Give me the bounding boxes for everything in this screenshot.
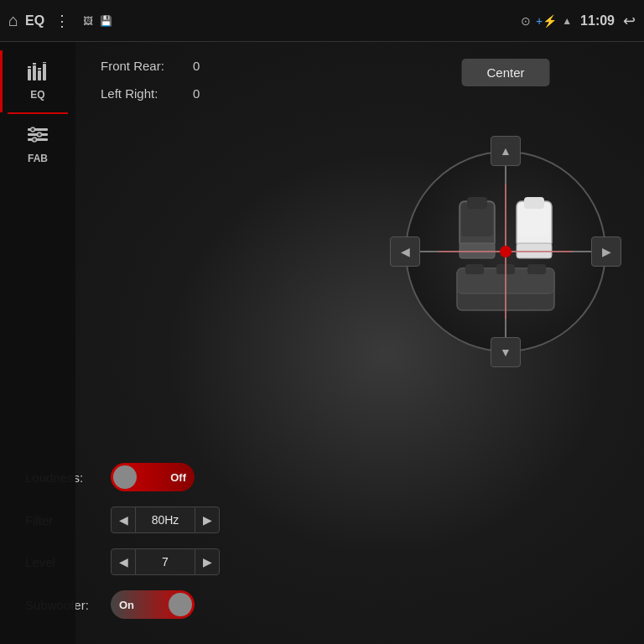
subwoofer-toggle[interactable]: On — [111, 590, 195, 619]
status-bar: ⌂ EQ ⋮ 🖼 💾 ⊙ +⚡ ▲ 11:09 ↩ — [0, 0, 644, 42]
level-value: 7 — [136, 548, 195, 575]
arrow-left-icon: ◀ — [401, 245, 410, 258]
car-circle-wrapper: ▲ ▼ ◀ ▶ — [405, 151, 606, 352]
sidebar-item-fab[interactable]: FAB — [0, 114, 75, 176]
location-icon: ⊙ — [521, 14, 531, 28]
front-rear-value: 0 — [193, 59, 200, 73]
sidebar-fab-label: FAB — [28, 153, 48, 164]
fader-left-button[interactable]: ◀ — [390, 236, 420, 267]
media-icon-1: 🖼 — [83, 15, 93, 27]
sidebar: EQ FAB — [0, 42, 75, 644]
sidebar-eq-label: EQ — [30, 89, 44, 101]
svg-rect-1 — [33, 65, 36, 80]
left-right-value: 0 — [193, 86, 200, 101]
status-dots-icon[interactable]: ⋮ — [55, 12, 70, 30]
filter-increase-button[interactable]: ▶ — [195, 506, 220, 533]
svg-rect-2 — [38, 70, 41, 80]
car-circle — [405, 151, 606, 352]
svg-rect-0 — [28, 69, 31, 80]
filter-value: 80Hz — [136, 506, 195, 533]
fader-down-button[interactable]: ▼ — [491, 337, 521, 367]
subwoofer-knob — [169, 593, 192, 616]
svg-rect-26 — [527, 264, 546, 274]
left-right-label: Left Right: — [101, 86, 184, 101]
status-eq-label: EQ — [25, 13, 44, 29]
arrow-right-icon: ▶ — [602, 245, 611, 258]
arrow-up-icon: ▲ — [500, 144, 512, 158]
loudness-toggle[interactable]: Off — [111, 463, 195, 491]
subwoofer-toggle-text: On — [119, 599, 134, 611]
fader-area: Center — [384, 59, 627, 411]
car-diagram: ▲ ▼ ◀ ▶ — [384, 92, 627, 411]
svg-rect-10 — [28, 138, 48, 141]
svg-rect-21 — [524, 197, 544, 209]
front-rear-label: Front Rear: — [101, 59, 184, 73]
status-time: 11:09 — [580, 13, 615, 29]
eq-icon — [26, 62, 49, 86]
arrow-down-icon: ▼ — [500, 345, 512, 359]
filter-spinner: ◀ 80Hz ▶ — [111, 506, 220, 533]
fab-icon — [26, 126, 49, 149]
svg-rect-20 — [467, 197, 487, 209]
status-right: ⊙ +⚡ ▲ 11:09 ↩ — [521, 12, 636, 30]
home-icon[interactable]: ⌂ — [8, 11, 18, 30]
svg-rect-24 — [465, 264, 484, 274]
svg-point-12 — [38, 132, 42, 137]
svg-rect-3 — [43, 64, 46, 80]
loudness-knob — [113, 465, 137, 489]
level-increase-button[interactable]: ▶ — [195, 548, 220, 575]
bluetooth-icon: +⚡ — [536, 14, 557, 28]
svg-point-13 — [33, 138, 37, 142]
fader-right-button[interactable]: ▶ — [591, 236, 621, 267]
svg-point-11 — [31, 127, 35, 132]
status-left: ⌂ EQ ⋮ 🖼 💾 — [8, 11, 521, 30]
back-icon[interactable]: ↩ — [623, 12, 636, 30]
filter-decrease-button[interactable]: ◀ — [111, 506, 136, 533]
crosshair-dot — [500, 246, 512, 257]
wifi-icon: ▲ — [562, 15, 572, 27]
level-decrease-button[interactable]: ◀ — [111, 548, 136, 575]
status-indicators: ⊙ +⚡ ▲ — [521, 14, 572, 28]
sidebar-item-eq[interactable]: EQ — [0, 50, 75, 112]
level-spinner: ◀ 7 ▶ — [111, 548, 220, 575]
center-button[interactable]: Center — [461, 59, 549, 86]
loudness-toggle-text: Off — [170, 471, 186, 484]
media-icon-2: 💾 — [100, 15, 112, 27]
fader-up-button[interactable]: ▲ — [491, 136, 521, 166]
